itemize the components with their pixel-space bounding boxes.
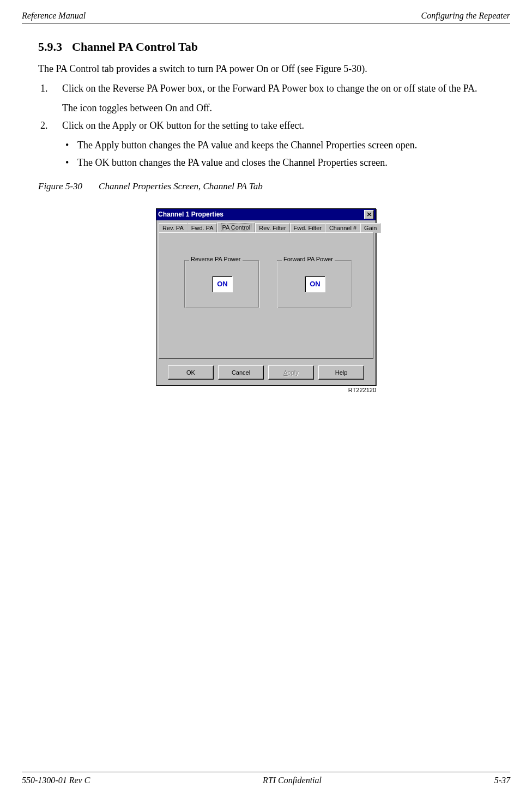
dialog-title-text: Channel 1 Properties (158, 211, 223, 218)
cancel-button[interactable]: Cancel (218, 365, 264, 380)
button-label: Cancel (232, 369, 250, 376)
page-footer: 550-1300-01 Rev C RTI Confidential 5-37 (22, 772, 510, 785)
reverse-pa-state: ON (217, 280, 228, 288)
footer-center: RTI Confidential (263, 776, 322, 785)
intro-paragraph: The PA Control tab provides a switch to … (38, 62, 494, 76)
help-button[interactable]: Help (318, 365, 364, 380)
steps-list-2: 2. Click on the Apply or OK button for t… (38, 118, 494, 133)
tab-label: Rev. PA (162, 225, 184, 231)
footer-right: 5-37 (494, 776, 510, 785)
tab-label: Channel # (329, 225, 356, 231)
page-header: Reference Manual Configuring the Repeate… (22, 11, 510, 23)
section-heading: 5.9.3Channel PA Control Tab (38, 40, 494, 54)
tabs-row: Rev. PA Fwd. PA PA Control Rev. Filter F… (156, 220, 376, 232)
bullet-list: The Apply button changes the PA value an… (38, 138, 494, 170)
tab-fwd-pa[interactable]: Fwd. PA (188, 223, 217, 233)
tab-rev-filter[interactable]: Rev. Filter (255, 223, 289, 233)
channel-properties-dialog: Channel 1 Properties Rev. PA Fwd. PA PA … (156, 208, 376, 386)
close-button[interactable] (364, 210, 374, 219)
step-2-marker: 2. (40, 118, 48, 133)
tab-fwd-filter[interactable]: Fwd. Filter (290, 223, 325, 233)
tab-label: PA Control (221, 224, 251, 231)
steps-list: 1. Click on the Reverse PA Power box, or… (38, 81, 494, 95)
tab-gain[interactable]: Gain (360, 223, 380, 233)
figure-caption: Figure 5-30Channel Properties Screen, Ch… (38, 181, 494, 192)
tab-body: Reverse PA Power ON Forward PA Power ON (159, 232, 373, 359)
tab-label: Gain (364, 225, 377, 231)
step-1-text: Click on the Reverse PA Power box, or th… (62, 83, 477, 94)
tab-label: Fwd. Filter (294, 225, 322, 231)
apply-rest: pply (288, 369, 299, 376)
footer-left: 550-1300-01 Rev C (22, 776, 90, 785)
step-1-sub: The icon toggles between On and Off. (38, 101, 494, 115)
forward-pa-state: ON (310, 280, 321, 288)
figure-area: Channel 1 Properties Rev. PA Fwd. PA PA … (38, 208, 494, 393)
close-icon (367, 212, 372, 217)
reverse-pa-toggle[interactable]: ON (212, 276, 233, 292)
section-title: Channel PA Control Tab (72, 40, 198, 53)
apply-button: Apply (268, 365, 314, 380)
buttons-row: OK Cancel Apply Help (156, 362, 376, 385)
figure-wrap: Channel 1 Properties Rev. PA Fwd. PA PA … (156, 208, 376, 393)
tab-rev-pa[interactable]: Rev. PA (159, 223, 188, 233)
bullet-2: The OK button changes the PA value and c… (38, 155, 494, 170)
bullet-1: The Apply button changes the PA value an… (38, 138, 494, 152)
tab-label: Fwd. PA (191, 225, 214, 231)
tab-pa-control[interactable]: PA Control (217, 223, 255, 232)
step-1: 1. Click on the Reverse PA Power box, or… (38, 81, 494, 95)
reverse-pa-label: Reverse PA Power (189, 256, 243, 262)
forward-pa-label: Forward PA Power (282, 256, 335, 262)
section-number: 5.9.3 (38, 40, 62, 53)
step-1-marker: 1. (40, 81, 48, 95)
forward-pa-toggle[interactable]: ON (305, 276, 325, 292)
button-label: Apply (283, 369, 299, 376)
figure-title: Channel Properties Screen, Channel PA Ta… (99, 181, 263, 191)
content-area: 5.9.3Channel PA Control Tab The PA Contr… (22, 40, 510, 393)
ok-button[interactable]: OK (168, 365, 214, 380)
dialog-titlebar[interactable]: Channel 1 Properties (156, 209, 376, 220)
forward-pa-group: Forward PA Power ON (277, 260, 352, 308)
header-right: Configuring the Repeater (421, 11, 510, 21)
step-2-text: Click on the Apply or OK button for the … (62, 120, 304, 131)
figure-number: Figure 5-30 (38, 181, 82, 191)
button-label: OK (186, 369, 195, 376)
apply-underline: A (283, 369, 287, 376)
rt-number: RT222120 (348, 387, 376, 393)
tab-label: Rev. Filter (259, 225, 286, 231)
page: Reference Manual Configuring the Repeate… (0, 0, 532, 799)
step-2: 2. Click on the Apply or OK button for t… (38, 118, 494, 133)
header-left: Reference Manual (22, 11, 86, 21)
tab-channel-num[interactable]: Channel # (325, 223, 360, 233)
button-label: Help (335, 369, 348, 376)
reverse-pa-group: Reverse PA Power ON (184, 260, 259, 308)
